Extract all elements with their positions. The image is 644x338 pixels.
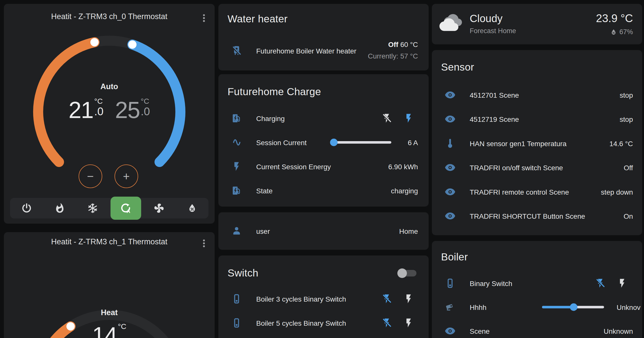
weather-condition: Cloudy bbox=[470, 13, 503, 25]
entity-value: Unknov bbox=[617, 304, 640, 312]
flash-icon bbox=[231, 161, 242, 172]
entity-value: Off bbox=[624, 164, 633, 172]
entity-value: stop bbox=[620, 116, 633, 124]
setpoint-high-value: 25 bbox=[115, 97, 140, 123]
thermostat-mode-label: Auto bbox=[4, 82, 214, 91]
weather-humidity: 67% bbox=[610, 28, 633, 36]
entity-label[interactable]: HAN sensor gen1 Temperatura bbox=[470, 140, 566, 148]
entity-value: On bbox=[624, 212, 633, 220]
svg-text:A: A bbox=[127, 208, 130, 214]
charge-card: Futurehome Charge Charging Session Curre… bbox=[219, 74, 428, 206]
entity-label[interactable]: user bbox=[256, 228, 270, 236]
snowflake-icon[interactable] bbox=[87, 203, 98, 214]
water-heater-state: Off 60 °C bbox=[388, 41, 418, 49]
switch-card: Switch Boiler 3 cycles Binary Switch Boi… bbox=[219, 256, 428, 338]
eye-icon bbox=[445, 89, 456, 100]
flash-off-icon[interactable] bbox=[382, 294, 392, 304]
weather-temperature: 23.9 °C bbox=[596, 12, 633, 25]
entity-label[interactable]: Hhhh bbox=[470, 304, 487, 312]
session-energy-value: 6.90 kWh bbox=[388, 163, 418, 171]
thermostat-title: Heatit - Z-TRM3 ch_0 Thermostat bbox=[4, 12, 214, 21]
entity-label[interactable]: TRADFRI remote control Scene bbox=[470, 188, 569, 196]
entity-value: stop bbox=[620, 91, 633, 99]
humidity-value: 67% bbox=[619, 28, 633, 36]
decrease-temp-button[interactable]: − bbox=[79, 164, 102, 188]
setpoint-high: 25 °C .0 bbox=[115, 97, 150, 123]
water-heater-current-temp: Currently: 57 °C bbox=[368, 52, 418, 60]
entity-label[interactable]: State bbox=[256, 187, 273, 195]
power-icon[interactable] bbox=[21, 203, 32, 214]
setpoint-low: 21 °C .0 bbox=[69, 97, 103, 123]
setpoint-low-decimal: .0 bbox=[94, 105, 103, 118]
session-current-value: 6 A bbox=[408, 139, 418, 147]
entity-value: 14.6 °C bbox=[609, 140, 633, 148]
flash-icon[interactable] bbox=[403, 113, 414, 124]
dial-high-handle[interactable] bbox=[128, 40, 137, 49]
thermostat-setpoint: 14 °C bbox=[4, 322, 214, 338]
card-title: Futurehome Charge bbox=[228, 86, 321, 98]
flash-off-icon[interactable] bbox=[595, 278, 606, 289]
switch-toggle-knob[interactable] bbox=[397, 268, 407, 278]
setpoint-value: 14 bbox=[92, 322, 117, 338]
entity-label[interactable]: 4512719 Scene bbox=[470, 116, 519, 124]
eye-icon bbox=[445, 210, 456, 221]
fan-icon[interactable] bbox=[153, 203, 165, 214]
boiler-card: Boiler Binary Switch Hhhh Unknov Scene U… bbox=[432, 241, 642, 338]
eye-icon bbox=[445, 325, 456, 336]
charge-state-value: charging bbox=[391, 187, 418, 195]
person-icon bbox=[231, 226, 242, 236]
water-heater-card: Water heater Futurehome Boiler Water hea… bbox=[219, 4, 428, 70]
card-title: Sensor bbox=[441, 61, 474, 73]
flash-icon[interactable] bbox=[403, 294, 414, 304]
setpoint-unit: °C bbox=[118, 322, 126, 331]
increase-temp-button[interactable]: + bbox=[115, 164, 138, 188]
setpoint-high-unit: °C bbox=[141, 97, 149, 105]
entity-label[interactable]: TRADFRI SHORTCUT Button Scene bbox=[470, 212, 585, 220]
entity-label[interactable]: Charging bbox=[256, 115, 285, 123]
flash-off-icon[interactable] bbox=[382, 113, 392, 124]
thermostat-setpoints: 21 °C .0 25 °C .0 bbox=[4, 97, 214, 123]
eye-icon bbox=[445, 162, 456, 173]
water-boiler-off-icon[interactable] bbox=[231, 45, 242, 56]
thermostat-card-ch0: Heatit - Z-TRM3 ch_0 Thermostat Auto 21 … bbox=[4, 4, 214, 223]
setpoint-high-decimal: .0 bbox=[141, 105, 150, 118]
hhhh-slider-knob[interactable] bbox=[570, 303, 577, 311]
cctv-camera-icon bbox=[445, 302, 456, 313]
entity-label[interactable]: Futurehome Boiler Water heater bbox=[256, 47, 356, 55]
setpoint-low-unit: °C bbox=[94, 97, 103, 105]
entity-label[interactable]: Boiler 3 cycles Binary Switch bbox=[256, 295, 346, 303]
entity-label[interactable]: Boiler 5 cycles Binary Switch bbox=[256, 319, 346, 327]
card-title: Switch bbox=[228, 267, 258, 279]
entity-label[interactable]: 4512701 Scene bbox=[470, 91, 519, 99]
thermostat-auto-icon[interactable]: A bbox=[120, 203, 131, 214]
entity-label[interactable]: Scene bbox=[470, 327, 490, 335]
hhhh-slider-fill bbox=[542, 306, 574, 308]
eye-icon bbox=[445, 114, 456, 125]
ev-station-icon bbox=[231, 113, 242, 124]
sine-wave-icon bbox=[231, 137, 242, 148]
water-percent-icon[interactable] bbox=[187, 203, 198, 214]
sensor-card: Sensor 4512701 Scene stop 4512719 Scene … bbox=[432, 50, 642, 235]
entity-label[interactable]: TRADFRI on/off switch Scene bbox=[470, 164, 563, 172]
flash-off-icon[interactable] bbox=[382, 318, 392, 328]
session-current-slider[interactable] bbox=[332, 141, 391, 144]
state-text: Off bbox=[388, 41, 398, 48]
flash-icon[interactable] bbox=[403, 318, 414, 328]
thermostat-card-ch1: Heatit - Z-TRM3 ch_1 Thermostat Heat 14 … bbox=[4, 232, 214, 338]
card-title: Boiler bbox=[441, 251, 468, 263]
light-switch-icon bbox=[231, 294, 242, 304]
entity-label[interactable]: Current Session Energy bbox=[256, 163, 331, 171]
more-options-icon[interactable] bbox=[199, 238, 209, 248]
dial-low-handle[interactable] bbox=[90, 38, 99, 46]
entity-label[interactable]: Session Current bbox=[256, 139, 307, 147]
flash-icon[interactable] bbox=[617, 278, 627, 289]
eye-icon bbox=[445, 186, 456, 197]
fire-icon[interactable] bbox=[54, 203, 65, 214]
session-current-slider-knob[interactable] bbox=[330, 139, 338, 146]
more-options-icon[interactable] bbox=[199, 13, 209, 23]
card-title: Water heater bbox=[228, 13, 288, 25]
light-switch-icon bbox=[445, 278, 455, 289]
weather-card[interactable]: Cloudy Forecast Home 23.9 °C 67% bbox=[432, 4, 642, 44]
entity-label[interactable]: Binary Switch bbox=[470, 280, 512, 288]
target-temp-text: 60 °C bbox=[400, 41, 418, 48]
